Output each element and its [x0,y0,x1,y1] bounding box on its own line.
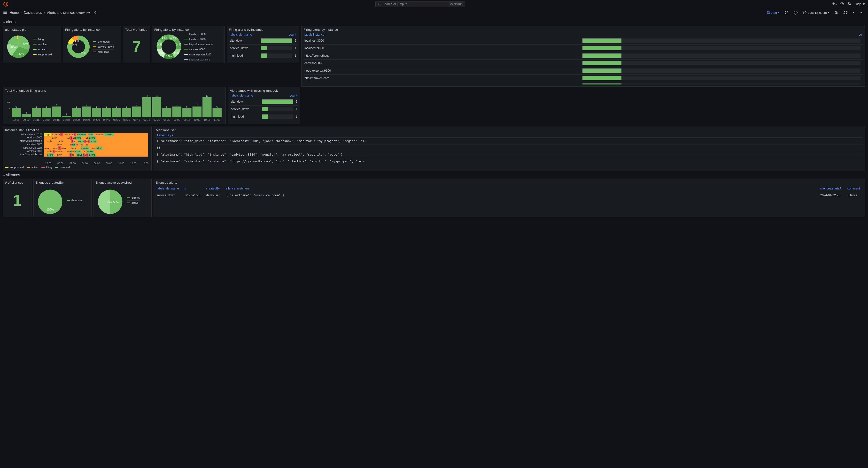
svg-rect-39 [42,108,51,117]
add-button[interactable]: Add ▾ [765,9,781,16]
svg-text:09:15: 09:15 [184,118,190,121]
panel-alert-status-pie[interactable]: alert status pie 32% 32% 32% [3,26,61,63]
signin-link[interactable]: Sign in [855,2,865,6]
timeline-bar[interactable]: suppracactivfiacacacfiresactiveactiveaca… [44,133,148,136]
chevron-icon: › [44,11,45,14]
td-name: localhost:9090 [304,46,583,50]
timeline-bar[interactable]: activfiacacacacresacactiveacactive [44,150,148,153]
legend-label: https://am2ch.com [189,58,210,61]
table-row[interactable]: service_down 1 [230,105,298,113]
search-input[interactable]: Search or jump to... ⌘ cmd+k [375,1,465,7]
panel-firing-table[interactable]: Firing alerts by instance labels.alertna… [227,26,299,63]
clock-icon [803,11,807,14]
svg-text:06:00: 06:00 [123,118,130,121]
menu-icon[interactable] [3,10,7,15]
table-row[interactable]: { "alertname": "site_down", "instance": … [156,137,863,144]
svg-text:13: 13 [145,94,148,97]
svg-rect-66 [132,106,141,118]
svg-text:100%: 100% [46,208,54,211]
td: Silence [847,194,862,197]
panel-title: # of silences [5,181,29,185]
panel-num-silences[interactable]: # of silences 1 [3,178,31,217]
svg-rect-81 [182,108,191,117]
th-alertname[interactable]: labels.alertname [231,94,287,97]
table-row[interactable]: { "alertname": "site_down", "instance": … [156,158,863,165]
table-row[interactable]: cadvisor:8080 [304,59,863,67]
td-count: 1 [293,54,296,57]
th-count[interactable]: count [287,94,297,97]
breadcrumb-home[interactable]: Home [10,11,19,14]
table-row[interactable]: https://am2ch.com [304,74,863,82]
share-icon[interactable] [93,11,97,15]
panel-missing-runbook[interactable]: Alertnames with missing runbook labels.a… [228,87,300,124]
chevron-down-icon: ▾ [853,11,854,14]
panel-instance-timeline[interactable]: Instance status timeline node-exporter:9… [3,126,152,171]
panel-firing-donut1[interactable]: Firing alerts by instance 71% 14% 14% si… [63,26,121,63]
breadcrumb-current: Alerts and silences overview [47,11,90,14]
timeline-bar[interactable]: activacresacacac [44,143,148,146]
panel-silences-by[interactable]: Silences createdBy 100% demouser [33,178,92,217]
th[interactable]: silences.startsA [820,187,844,190]
panel-firing-table2[interactable]: Firing alerts by instance labels.instanc… [301,26,865,87]
settings-button[interactable] [792,9,800,16]
table-row[interactable]: https://xyzdoodle.... [304,82,863,85]
zoomout-icon [834,11,838,14]
legend-label: suppressed [38,53,52,56]
legend-label: active [38,48,45,51]
legend-label: expired [131,196,140,199]
panel-silence-active-expired[interactable]: Silence active vs expired 50% 50% expire… [93,178,152,217]
section-silences[interactable]: ⌄ silences [3,173,865,177]
svg-rect-57 [102,108,111,117]
th[interactable]: labels.alertname [157,187,181,190]
th[interactable]: id [184,187,203,190]
zoomout-button[interactable] [832,9,840,16]
th[interactable]: createdBy [206,187,223,190]
timerange-button[interactable]: Last 18 hours ▾ [801,9,831,16]
table-row[interactable]: site_down 5 [229,37,297,44]
panel-silenced-alerts[interactable]: Silenced alerts labels.alertname id crea… [154,178,865,217]
grafana-logo-icon[interactable] [3,1,9,7]
legend-label: resolved [38,43,48,46]
chevron-down-icon: ⌄ [3,173,5,177]
svg-text:32%: 32% [10,46,16,48]
panel-total-unique[interactable]: Total # of uniqu 7 [123,26,150,63]
refresh-dropdown[interactable]: ▾ [851,9,856,16]
panel-unique-firing-ts[interactable]: Total # of unique firing alerts 05101562… [3,87,226,124]
th-alertname[interactable]: labels.alertname [230,33,286,36]
svg-text:06:45: 06:45 [133,118,140,121]
help-icon[interactable] [840,2,844,6]
table-row[interactable]: https://prometheu... [304,52,863,59]
th[interactable]: silence_matchers [226,187,817,190]
timeline-bar[interactable]: activactivfiactivacacresactiveacactive [44,146,148,150]
table-row[interactable]: { "alertname": "high_load", "instance": … [156,151,863,158]
th[interactable]: comment [847,187,862,190]
panel-title: Firing alerts by instance [304,28,863,31]
table-row[interactable]: localhost:3000 [304,37,863,44]
table-row[interactable]: high_load 1 [230,113,298,120]
save-button[interactable] [782,9,790,16]
table-row[interactable]: site_down 5 [230,98,298,105]
table-row[interactable]: localhost:9090 [304,44,863,52]
table-row[interactable]: service_down 39173a1d-1... demouser { "a… [156,192,863,198]
table-row[interactable]: node-exporter:9100 [304,67,863,74]
th-labelkeys[interactable]: labelKeys [156,133,863,137]
table-row[interactable]: high_load 1 [229,52,297,59]
timeline-bar[interactable]: activacfiacactiveacactive [44,136,148,140]
table-row[interactable]: service_down 1 [229,44,297,52]
timeline-bar[interactable]: activactivfiacactivefiacfiactive [44,140,148,143]
th-instance[interactable]: labels.instance [304,33,843,36]
table-row[interactable]: {} [156,144,863,151]
svg-rect-30 [11,108,21,117]
th-count[interactable]: co [843,33,862,36]
panel-label-set[interactable]: Alert label set labelKeys { "alertname":… [154,126,865,171]
refresh-button[interactable] [842,9,849,16]
section-alerts[interactable]: ⌄ alerts [3,20,865,24]
th-count[interactable]: count [286,33,296,36]
plus-icon[interactable]: ▾ [832,2,837,6]
rss-icon[interactable] [847,2,851,6]
panel-title: Silences createdBy [36,181,89,185]
timeline-bar[interactable]: activeactivfiacactivefiacfiactive [44,153,148,157]
collapse-button[interactable] [857,9,865,16]
panel-firing-donut2[interactable]: Firing alerts by instance 14%14%14%14%14… [152,26,225,63]
breadcrumb-dashboards[interactable]: Dashboards [24,11,42,14]
